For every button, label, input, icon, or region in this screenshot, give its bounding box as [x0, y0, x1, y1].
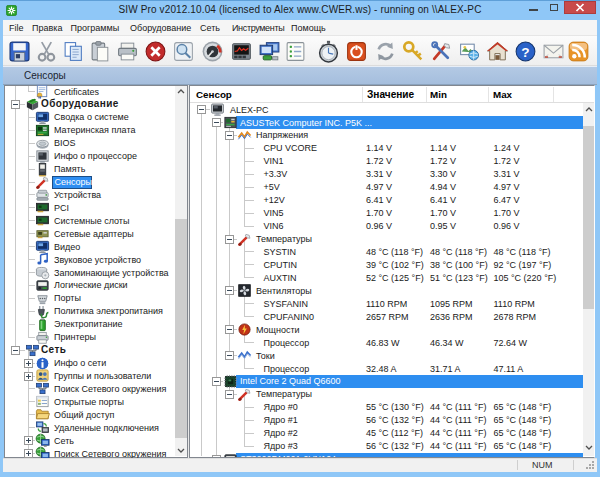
svg-text:?: ? — [521, 44, 529, 59]
